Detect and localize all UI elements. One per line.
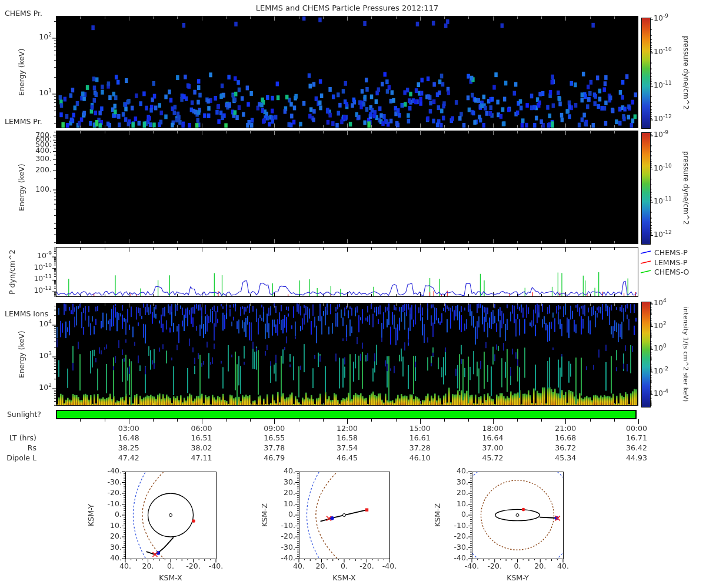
colorbar2-label: pressure dyne/cm^2	[681, 132, 690, 244]
row-header-lt: LT (hrs)	[0, 434, 36, 442]
colorbar1-tick: 10-12	[654, 115, 680, 123]
orbit3-ytick: 30.	[444, 478, 468, 486]
plot-page: LEMMS and CHEMS Particle Pressures 2012:…	[0, 0, 706, 588]
ephemeris-value: 38.25	[111, 444, 146, 452]
orbit1-xtick: -40.	[202, 562, 229, 570]
orbit1-ytick: 10.	[97, 522, 122, 530]
hour-label: 00:00	[619, 425, 654, 433]
colorbar3-tick: 10-2	[654, 367, 680, 375]
ephemeris-value: 36.72	[548, 444, 583, 452]
orbit1-ytick: -10.	[97, 500, 122, 508]
orbit1-ytick: -40.	[97, 467, 122, 475]
ephemeris-value: 36.42	[619, 444, 654, 452]
ephemeris-value: 47.42	[111, 454, 146, 462]
ephemeris-value: 16.68	[548, 434, 583, 442]
colorbar2-tick: 10-10	[654, 164, 680, 172]
panel3-y-axis-label: P dyn/cm^2	[8, 247, 16, 297]
hour-label: 21:00	[548, 425, 583, 433]
orbit3-ytick: -20.	[444, 532, 468, 540]
panel1-ytick: 101	[24, 89, 52, 97]
orbit1-ytick: 30.	[97, 543, 122, 552]
orbit1-y-axis-label: KSM-Y	[87, 472, 95, 559]
panel4-ytick: 104	[24, 320, 52, 328]
orbit2-ytick: 30.	[271, 478, 295, 486]
orbit2-ytick: 10.	[271, 500, 295, 508]
orbit3-ytick: -30.	[444, 543, 468, 552]
orbit3-ytick: -10.	[444, 522, 468, 530]
ephemeris-value: 38.02	[184, 444, 219, 452]
legend-entry-lemms-p: LEMMS-P	[654, 259, 687, 267]
orbit3-ytick: 20.	[444, 489, 468, 497]
ephemeris-value: 16.58	[329, 434, 365, 442]
colorbar3-tick: 102	[654, 322, 680, 330]
panel3-ytick: 10-12	[24, 286, 52, 295]
panel4-ytick: 103	[24, 352, 52, 360]
ephemeris-value: 46.45	[329, 454, 365, 462]
colorbar1-label: pressure dyne/cm^2	[681, 18, 690, 128]
panel2-ytick: 100.	[24, 185, 52, 193]
row-header-rs: Rs	[0, 444, 36, 452]
ephemeris-value: 37.78	[257, 444, 292, 452]
orbit2-ytick: 20.	[271, 489, 295, 497]
hour-label: 06:00	[184, 425, 219, 433]
colorbar2-tick: 10-12	[654, 230, 680, 239]
orbit1-ytick: 20.	[97, 532, 122, 540]
colorbar3-tick: 104	[654, 299, 680, 307]
colorbar3-label: intensity 1/(s cm^2 ster keV)	[681, 302, 689, 407]
orbit1-ytick: -30.	[97, 478, 122, 486]
chart-title: LEMMS and CHEMS Particle Pressures 2012:…	[56, 4, 638, 13]
orbit3-ytick: 0.	[444, 510, 468, 519]
legend-entry-chems-p: CHEMS-P	[654, 249, 688, 257]
ephemeris-value: 45.72	[475, 454, 511, 462]
orbit1-x-axis-label: KSM-X	[147, 574, 194, 582]
colorbar1-tick: 10-9	[654, 14, 680, 22]
colorbar2-tick: 10-11	[654, 197, 680, 205]
orbit3-x-axis-label: KSM-Y	[494, 574, 541, 582]
orbit2-xtick: -40.	[376, 562, 403, 570]
ephemeris-value: 44.93	[619, 454, 654, 462]
ephemeris-value: 16.51	[184, 434, 219, 442]
hour-label: 15:00	[402, 425, 438, 433]
hour-label: 18:00	[475, 425, 511, 433]
orbit1-ytick: 40.	[97, 554, 122, 562]
orbit2-ytick: -10.	[271, 522, 295, 530]
colorbar1-tick: 10-11	[654, 81, 680, 89]
hour-label: 03:00	[111, 425, 146, 433]
ephemeris-value: 47.11	[184, 454, 219, 462]
ephemeris-value: 37.54	[329, 444, 365, 452]
panel2-ytick: 200.	[24, 166, 52, 174]
panel3-ytick: 10-10	[24, 263, 52, 272]
ephemeris-value: 16.55	[257, 434, 292, 442]
orbit3-y-axis-label: KSM-Z	[434, 472, 442, 559]
hour-label: 09:00	[257, 425, 292, 433]
ephemeris-value: 37.00	[475, 444, 511, 452]
orbit3-ytick: 10.	[444, 500, 468, 508]
panel3-ytick: 10-11	[24, 275, 52, 283]
orbit1-ytick: -20.	[97, 489, 122, 497]
legend-entry-chems-o: CHEMS-O	[654, 268, 689, 276]
panel1-ytick: 102	[24, 33, 52, 41]
orbit2-ytick: -40.	[271, 554, 295, 562]
panel2-ytick: 300.	[24, 155, 52, 163]
colorbar2-tick: 10-9	[654, 131, 680, 139]
orbit2-y-axis-label: KSM-Z	[261, 472, 269, 559]
ephemeris-value: 16.61	[402, 434, 438, 442]
colorbar1-tick: 10-10	[654, 48, 680, 56]
orbit2-x-axis-label: KSM-X	[321, 574, 368, 582]
orbit3-ytick: 40.	[444, 467, 468, 475]
ephemeris-value: 16.48	[111, 434, 146, 442]
orbit2-ytick: -30.	[271, 543, 295, 552]
colorbar3-tick: 10-4	[654, 389, 680, 397]
colorbar3-tick: 100	[654, 344, 680, 352]
orbit2-ytick: 40.	[271, 467, 295, 475]
orbit1-ytick: 0.	[97, 510, 122, 519]
panel4-ytick: 102	[24, 383, 52, 392]
ephemeris-value: 16.64	[475, 434, 511, 442]
sunlight-row-label: Sunlight?	[0, 410, 41, 419]
hour-label: 12:00	[329, 425, 365, 433]
orbit2-ytick: -20.	[271, 532, 295, 540]
orbit3-xtick: 40.	[550, 562, 577, 570]
row-header-dipole: Dipole L	[0, 454, 36, 462]
ephemeris-value: 46.79	[257, 454, 292, 462]
ephemeris-value: 16.71	[619, 434, 654, 442]
